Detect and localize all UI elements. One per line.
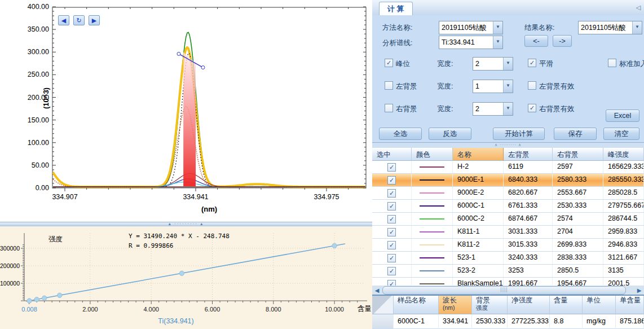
svg-text:200000: 200000 [0, 262, 20, 269]
peak-width-select[interactable]: 2 ▼ [473, 57, 513, 71]
detail-column-header-0[interactable]: 样品名称 [394, 296, 439, 314]
table-row[interactable]: ✓6000C-26874.6672574286744.5 [372, 213, 644, 226]
detail-column-header-2[interactable]: 背景强度 [472, 296, 508, 314]
svg-text:Ti(334.941): Ti(334.941) [158, 317, 193, 325]
left-width-select[interactable]: 1 ▼ [473, 80, 513, 93]
column-header-0[interactable]: 选中 [372, 148, 412, 161]
result-name-label: 结果名称: [524, 23, 554, 33]
peak-width-value: 2 [473, 60, 503, 68]
row-checkbox[interactable]: ✓ [387, 267, 396, 275]
analysis-line-select[interactable]: Ti:334.941 ▼ [439, 36, 503, 49]
row-left-bg: 3015.333 [504, 239, 553, 251]
table-row[interactable]: ✓523-13240.3332838.3333121.667 [372, 252, 644, 265]
next-line-button[interactable]: -> [553, 35, 572, 47]
collapse-panel-icon[interactable]: ◁ [636, 4, 641, 11]
select-all-button[interactable]: 全选 [379, 128, 422, 140]
column-header-4[interactable]: 右背景 [553, 148, 603, 161]
row-checkbox[interactable]: ✓ [387, 163, 396, 172]
calibration-point [42, 296, 46, 300]
detail-column-header-1[interactable]: 波长(nm) [439, 296, 472, 314]
row-checkbox[interactable]: ✓ [387, 228, 396, 236]
table-row[interactable]: ✓BlankSample11991.6671954.6672001.5 [372, 278, 644, 286]
peak-checkbox[interactable]: ✓ [385, 59, 393, 67]
left-bg-label: 左背景 [396, 82, 417, 91]
chart-refresh-button[interactable]: ↻ [73, 15, 85, 25]
row-peak: 286744.5 [603, 213, 644, 225]
row-checkbox[interactable]: ✓ [387, 189, 396, 198]
detail-column-header-5[interactable]: 单位 [583, 296, 616, 314]
row-selector-cell[interactable] [372, 314, 394, 329]
right-bg-valid-checkbox[interactable]: ✓ [528, 104, 536, 112]
color-swatch [420, 270, 444, 271]
standard-addition-checkbox[interactable] [608, 59, 616, 67]
color-swatch [420, 283, 444, 284]
spectrum-plot[interactable]: 0.0050.00100.00150.00200.00250.00300.003… [0, 0, 372, 222]
row-checkbox[interactable]: ✓ [387, 202, 396, 210]
tab-calculate[interactable]: 计 算 [379, 2, 413, 16]
row-name: 6000C-2 [453, 213, 504, 225]
detail-column-header-3[interactable]: 净强度 [508, 296, 550, 314]
row-right-bg: 2838.333 [553, 252, 603, 264]
chevron-down-icon[interactable]: ▼ [503, 80, 513, 93]
calibration-chart-panel[interactable]: 1000002000003000000.0082.0004.0006.0008.… [0, 226, 373, 329]
svg-text:强度: 强度 [48, 235, 63, 243]
scroll-right-icon[interactable]: ▶ [634, 286, 644, 295]
scroll-left-icon[interactable]: ◀ [372, 286, 382, 295]
detail-column-header-6[interactable]: 单含量 [616, 296, 644, 314]
table-splitter-handle[interactable]: ∧ ········· ∧ [372, 143, 644, 148]
row-checkbox[interactable]: ✓ [387, 241, 396, 249]
column-header-1[interactable]: 颜色 [412, 148, 453, 161]
detail-column-header-4[interactable]: 含量 [550, 296, 583, 314]
row-checkbox[interactable]: ✓ [387, 280, 396, 286]
save-button[interactable]: 保存 [554, 128, 597, 140]
chart-prev-button[interactable]: ◀ [58, 15, 69, 25]
row-right-bg: 2553.667 [553, 187, 603, 199]
svg-text:10.000: 10.000 [325, 306, 344, 313]
chevron-down-icon[interactable]: ▼ [503, 103, 513, 115]
right-width-select[interactable]: 2 ▼ [473, 102, 513, 116]
table-row[interactable]: ✓H-261192597165629.333 [372, 161, 644, 174]
left-bg-valid-label: 左背景有效 [539, 82, 575, 91]
column-header-3[interactable]: 左背景 [504, 148, 553, 161]
column-header-5[interactable]: 峰强度 [603, 148, 644, 161]
row-left-bg: 6761.333 [504, 200, 553, 212]
chevron-down-icon[interactable]: ▼ [503, 58, 513, 70]
chevron-down-icon[interactable]: ▼ [493, 36, 502, 49]
table-row[interactable]: ✓K811-13031.33327042959.833 [372, 226, 644, 239]
calibration-plot[interactable]: 1000002000003000000.0082.0004.0006.0008.… [0, 226, 371, 328]
column-header-2[interactable]: 名称 [453, 148, 504, 161]
row-checkbox[interactable]: ✓ [387, 215, 396, 223]
smooth-checkbox[interactable]: ✓ [528, 59, 536, 67]
horizontal-scrollbar[interactable]: ◀ |||| ▶ [372, 286, 644, 295]
svg-text:6.000: 6.000 [205, 306, 220, 313]
row-peak: 2946.833 [603, 239, 644, 251]
table-row[interactable]: ✓523-232532850.53135 [372, 265, 644, 278]
chevron-down-icon[interactable]: ▼ [493, 21, 502, 34]
right-bg-checkbox[interactable] [385, 104, 393, 112]
scrollbar-thumb[interactable]: |||| [382, 286, 626, 295]
chevron-down-icon[interactable]: ▼ [632, 21, 642, 34]
spectrum-chart-panel[interactable]: 0.0050.00100.00150.00200.00250.00300.003… [0, 0, 373, 222]
detail-table-row[interactable]: 6000C-1334.9412530.333277225.3338.8mg/kg… [372, 314, 644, 329]
table-row[interactable]: ✓9000E-26820.6672553.667285028.5 [372, 187, 644, 200]
result-select[interactable]: 20191105钴酸 ▼ [578, 21, 642, 34]
table-row[interactable]: ✓9000E-16840.3332580.333285550.333 [372, 174, 644, 187]
row-left-bg: 3240.333 [504, 252, 553, 264]
left-bg-checkbox[interactable] [385, 81, 393, 90]
smooth-label: 平滑 [539, 59, 553, 69]
clear-button[interactable]: 清空 [603, 128, 639, 140]
row-checkbox[interactable]: ✓ [387, 176, 396, 185]
prev-line-button[interactable]: <- [524, 35, 548, 47]
method-select[interactable]: 20191105钴酸 ▼ [439, 21, 503, 34]
right-bg-valid-label: 右背景有效 [539, 104, 575, 114]
analysis-line-label: 分析谱线: [382, 38, 412, 48]
start-calc-button[interactable]: 开始计算 [493, 128, 545, 140]
table-row[interactable]: ✓6000C-16761.3332530.333279755.667 [372, 200, 644, 213]
excel-button[interactable]: Excel [606, 109, 639, 122]
row-checkbox[interactable]: ✓ [387, 254, 396, 262]
table-row[interactable]: ✓K811-23015.3332699.8332946.833 [372, 239, 644, 252]
svg-text:300.00: 300.00 [28, 48, 49, 56]
invert-selection-button[interactable]: 反选 [429, 128, 471, 140]
chart-next-button[interactable]: ▶ [89, 15, 100, 25]
left-bg-valid-checkbox[interactable] [528, 81, 536, 90]
